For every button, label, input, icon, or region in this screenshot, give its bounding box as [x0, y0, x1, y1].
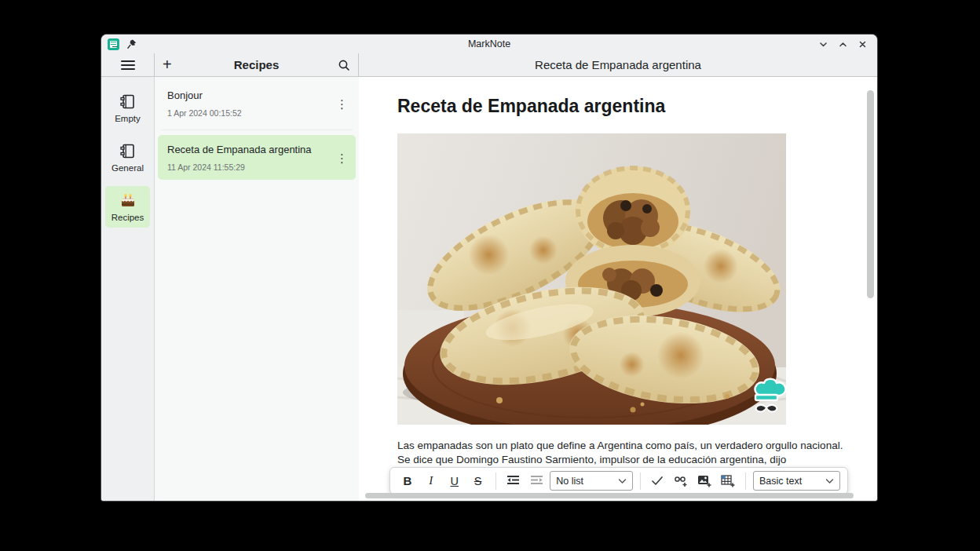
add-image-icon [697, 475, 711, 487]
notebook-icon [119, 143, 136, 159]
note-title: Receta de Empanada argentina [167, 144, 346, 155]
note-title-header: Receta de Empanada argentina [359, 53, 877, 76]
note-card-bonjour[interactable]: Bonjour 1 Apr 2024 00:15:52 ⋮ [158, 81, 356, 126]
birthday-cake-icon [119, 192, 137, 209]
sidebar-item-label: Empty [115, 114, 141, 123]
hamburger-icon [121, 60, 135, 71]
format-toolbar: B I U S No list [389, 467, 848, 494]
sidebar-item-label: Recipes [112, 213, 144, 222]
notebook-sidebar: Empty General [101, 77, 155, 501]
sidebar-item-label: General [112, 163, 144, 173]
notebook-icon [119, 93, 136, 110]
italic-button[interactable]: I [421, 472, 441, 491]
minimize-button[interactable] [816, 37, 830, 51]
increase-indent-button[interactable] [526, 472, 547, 491]
insert-link-button[interactable] [671, 472, 691, 491]
sidebar-item-recipes[interactable]: Recipes [105, 186, 150, 228]
horizontal-scrollbar[interactable] [365, 493, 854, 498]
indent-less-icon [506, 475, 520, 487]
marknote-window: MarkNote + Recipes [101, 35, 877, 501]
toolbar-separator [495, 473, 496, 490]
bold-button[interactable]: B [397, 472, 418, 491]
close-button[interactable] [855, 37, 869, 51]
underline-button[interactable]: U [444, 472, 465, 491]
checkbox-list-button[interactable] [647, 472, 667, 491]
titlebar: MarkNote [101, 35, 877, 53]
strikethrough-button[interactable]: S [468, 472, 488, 491]
note-editor[interactable]: Receta de Empanada argentina [359, 77, 877, 501]
vertical-scrollbar[interactable] [867, 90, 874, 298]
note-card-receta[interactable]: Receta de Empanada argentina 11 Apr 2024… [158, 135, 356, 180]
document-heading: Receta de Empanada argentina [397, 96, 665, 117]
window-title: MarkNote [101, 38, 877, 49]
text-style-value: Basic text [759, 476, 802, 487]
main-menu-button[interactable] [101, 53, 155, 76]
note-title: Bonjour [167, 89, 346, 101]
insert-image-button[interactable] [694, 472, 715, 491]
search-button[interactable] [338, 59, 350, 71]
note-date: 1 Apr 2024 00:15:52 [167, 108, 346, 118]
note-options-button[interactable]: ⋮ [336, 151, 348, 163]
checkmark-icon [651, 476, 664, 486]
add-table-icon [721, 475, 735, 487]
chevron-down-icon [825, 478, 834, 484]
note-separator [161, 130, 353, 130]
header-row: + Recipes Receta de Empanada argentina [101, 53, 877, 77]
decrease-indent-button[interactable] [503, 472, 524, 491]
sidebar-item-empty[interactable]: Empty [105, 87, 150, 129]
sidebar-item-general[interactable]: General [105, 137, 150, 178]
insert-table-button[interactable] [718, 472, 738, 491]
text-style-dropdown[interactable]: Basic text [753, 471, 840, 491]
maximize-button[interactable] [836, 37, 850, 51]
list-style-value: No list [556, 476, 583, 487]
toolbar-separator [640, 473, 641, 490]
chevron-down-icon [618, 478, 627, 484]
document-paragraph: Las empanadas son un plato que define a … [397, 439, 854, 467]
note-date: 11 Apr 2024 11:55:29 [167, 162, 346, 172]
list-style-dropdown[interactable]: No list [550, 471, 632, 491]
empanada-photo[interactable] [397, 133, 786, 425]
add-link-icon [674, 475, 688, 487]
search-icon [338, 59, 350, 71]
notebook-title: Recipes [155, 58, 358, 71]
note-options-button[interactable]: ⋮ [336, 97, 348, 109]
note-list: Bonjour 1 Apr 2024 00:15:52 ⋮ Receta de … [155, 77, 359, 501]
notelist-header: + Recipes [155, 53, 359, 76]
window-controls [816, 37, 877, 51]
indent-more-icon [530, 475, 543, 487]
toolbar-separator [745, 473, 746, 490]
